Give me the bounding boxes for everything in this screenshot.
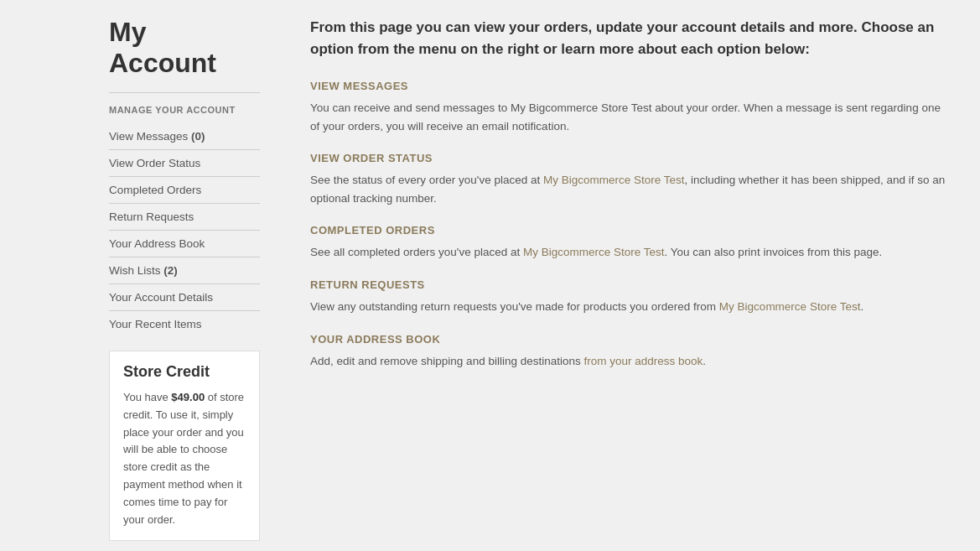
sidebar-divider [109,92,260,93]
sidebar-item-view-messages[interactable]: View Messages (0) [109,123,260,150]
section-link-completed-orders[interactable]: My Bigcommerce Store Test [523,246,665,258]
section-text-return-requests: View any outstanding return requests you… [310,298,946,316]
page-title: My Account [109,17,260,79]
section-heading-return-requests: RETURN REQUESTS [310,278,946,291]
section-link-address-book[interactable]: from your address book [583,355,703,367]
section-heading-completed-orders: COMPLETED ORDERS [310,224,946,237]
sidebar-item-completed-orders[interactable]: Completed Orders [109,177,260,204]
store-credit-title: Store Credit [123,363,246,381]
sidebar-item-view-order-status[interactable]: View Order Status [109,150,260,177]
section-heading-view-messages: VIEW MESSAGES [310,80,946,92]
sections-container: VIEW MESSAGESYou can receive and send me… [310,80,946,370]
page-wrapper: My Account MANAGE YOUR ACCOUNT View Mess… [0,0,980,551]
section-link-return-requests[interactable]: My Bigcommerce Store Test [719,300,861,313]
section-text-completed-orders: See all completed orders you've placed a… [310,243,946,262]
section-text-view-messages: You can receive and send messages to My … [310,99,946,135]
section-link-view-order-status[interactable]: My Bigcommerce Store Test [543,174,685,186]
sidebar-item-account-details[interactable]: Your Account Details [109,284,260,311]
section-heading-address-book: YOUR ADDRESS BOOK [310,333,946,346]
sidebar-item-wish-lists[interactable]: Wish Lists (2) [109,257,260,284]
sidebar-item-recent-items[interactable]: Your Recent Items [109,311,260,337]
main-content: From this page you can view your orders,… [285,0,980,551]
section-heading-view-order-status: VIEW ORDER STATUS [310,152,946,164]
store-credit-wrapper: Store Credit You have $49.00 of store cr… [109,351,260,541]
sidebar-item-address-book[interactable]: Your Address Book [109,231,260,257]
sidebar: My Account MANAGE YOUR ACCOUNT View Mess… [0,0,285,551]
store-credit-text-before: You have [123,391,171,403]
store-credit-amount: $49.00 [171,391,205,403]
store-credit-box: Store Credit You have $49.00 of store cr… [109,351,260,541]
section-text-address-book: Add, edit and remove shipping and billin… [310,352,946,371]
store-credit-text-after: of store credit. To use it, simply place… [123,391,244,526]
sidebar-nav: View Messages (0)View Order StatusComple… [109,123,260,337]
store-credit-text: You have $49.00 of store credit. To use … [123,389,246,528]
intro-text: From this page you can view your orders,… [310,17,946,60]
section-text-view-order-status: See the status of every order you've pla… [310,171,946,207]
manage-label: MANAGE YOUR ACCOUNT [109,105,260,115]
sidebar-item-return-requests[interactable]: Return Requests [109,204,260,231]
